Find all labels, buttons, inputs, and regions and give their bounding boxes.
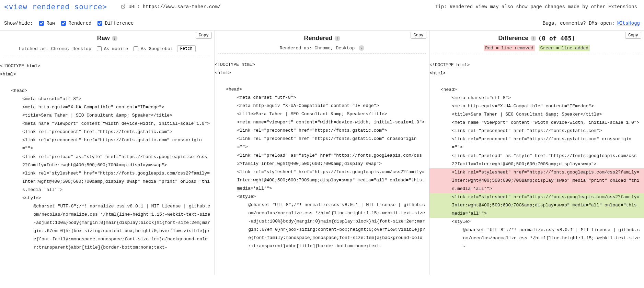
source-line: <meta name="viewport" content="width=dev…	[0, 120, 215, 128]
column-difference-title: Difference	[498, 35, 528, 42]
source-line: <head>	[0, 87, 215, 95]
source-line: <meta name="viewport" content="width=dev…	[429, 119, 644, 127]
source-line: <meta http-equiv="X-UA-Compatible" conte…	[0, 103, 215, 111]
source-line: <!DOCTYPE html>	[215, 61, 429, 69]
fetch-button[interactable]: Fetch	[177, 45, 196, 52]
source-line: <link rel="preload" as="style" href="htt…	[429, 152, 644, 168]
source-line: <link rel="preconnect" href="https://fon…	[0, 128, 215, 136]
source-line: @charset "UTF-8";/*! normalize.css v8.0.…	[429, 226, 644, 251]
show-hide-label: Show/hide:	[4, 21, 33, 26]
source-line: <style>	[215, 193, 429, 201]
source-line	[429, 77, 644, 86]
as-googlebot-toggle[interactable]: As Googlebot	[132, 45, 173, 52]
source-line: <meta http-equiv="X-UA-Compatible" conte…	[429, 102, 644, 110]
difference-count: (0 of 465)	[538, 35, 575, 42]
source-line: <html>	[215, 69, 429, 77]
as-mobile-toggle[interactable]: As mobile	[95, 45, 128, 52]
source-line	[215, 77, 429, 85]
rendered-as-label: Rendered as: Chrome, Desktop	[280, 46, 355, 51]
source-line: <meta charset="utf-8">	[0, 95, 215, 103]
toggle-raw-label: Raw	[46, 21, 55, 26]
as-googlebot-checkbox[interactable]	[134, 46, 138, 51]
column-rendered: Copy Rendered i Rendered as: Chrome, Des…	[215, 31, 430, 275]
source-line	[0, 79, 215, 87]
source-line: <link rel="preload" as="style" href="htt…	[215, 152, 429, 168]
source-pane-raw[interactable]: <!DOCTYPE html><html> <head><meta charse…	[0, 57, 215, 275]
toggle-rendered-checkbox[interactable]	[61, 21, 66, 26]
toggle-raw[interactable]: Raw	[38, 20, 55, 27]
source-line: <head>	[429, 86, 644, 94]
copy-rendered-button[interactable]: Copy	[411, 32, 427, 39]
legend-added: Green = line added	[539, 45, 590, 51]
legend-removed: Red = line removed	[484, 45, 534, 51]
source-line: <link rel="stylesheet" href="https://fon…	[0, 169, 215, 194]
info-icon[interactable]: i	[359, 45, 364, 51]
column-difference: Copy Difference i (0 of 465) Red = line …	[429, 31, 644, 275]
top-bar: <view rendered source> URL: https://www.…	[0, 0, 644, 14]
source-line: <link rel="preconnect" href="https://fon…	[429, 135, 644, 152]
fetched-as-label: Fetched as: Chrome, Desktop	[19, 46, 91, 51]
source-line: <html>	[0, 70, 215, 79]
source-line: <!DOCTYPE html>	[0, 62, 215, 70]
source-line: <link rel="preload" as="style" href="htt…	[0, 153, 215, 169]
column-raw: Copy Raw i Fetched as: Chrome, Desktop A…	[0, 31, 215, 275]
copy-raw-button[interactable]: Copy	[196, 32, 212, 39]
columns: Copy Raw i Fetched as: Chrome, Desktop A…	[0, 31, 644, 275]
external-link-icon	[121, 4, 126, 10]
source-line: <meta charset="utf-8">	[429, 94, 644, 102]
url-value: https://www.sara-taher.com/	[143, 4, 221, 10]
source-line: <link rel="stylesheet" href="https://fon…	[215, 168, 429, 193]
source-pane-difference[interactable]: <!DOCTYPE html><html> <head><meta charse…	[429, 56, 644, 275]
bugs-handle-link[interactable]: @ItsHogg	[617, 21, 640, 26]
info-icon[interactable]: i	[335, 36, 340, 41]
source-line: <style>	[429, 218, 644, 226]
copy-difference-button[interactable]: Copy	[625, 32, 641, 39]
source-line: <title>Sara Taher | SEO Consultant &amp;…	[429, 110, 644, 119]
as-googlebot-label: As Googlebot	[141, 46, 173, 51]
extensions-tip: Tip: Rendered view may also show page ch…	[435, 4, 640, 10]
source-line: <!DOCTYPE html>	[429, 61, 644, 69]
column-raw-title: Raw	[97, 35, 110, 42]
source-line: <html>	[429, 69, 644, 77]
source-line: @charset "UTF-8";/*! normalize.css v8.0.…	[215, 201, 429, 250]
bugs-label: Bugs, comments? DMs open:	[543, 21, 615, 26]
info-icon[interactable]: i	[112, 36, 117, 41]
source-pane-rendered[interactable]: <!DOCTYPE html><html> <head><meta charse…	[215, 56, 429, 275]
svg-line-0	[123, 5, 125, 7]
source-line: <link rel="preconnect" href="https://fon…	[0, 136, 215, 153]
as-mobile-checkbox[interactable]	[97, 46, 102, 51]
source-line: <meta charset="utf-8">	[215, 94, 429, 102]
source-line: <link rel="preconnect" href="https://fon…	[429, 127, 644, 135]
source-line: @charset "UTF-8";/*! normalize.css v8.0.…	[0, 202, 215, 252]
source-line: <link rel="stylesheet" href="https://fon…	[429, 193, 644, 218]
source-line: <link rel="stylesheet" href="https://fon…	[429, 168, 644, 193]
toggle-difference-checkbox[interactable]	[97, 21, 102, 26]
toggle-difference-label: Difference	[105, 21, 134, 26]
source-line: <title>Sara Taher | SEO Consultant &amp;…	[215, 110, 429, 118]
source-line: <style>	[0, 194, 215, 202]
info-icon[interactable]: i	[531, 36, 536, 41]
url-label: URL:	[128, 4, 140, 10]
source-line: <title>Sara Taher | SEO Consultant &amp;…	[0, 111, 215, 120]
source-line: <head>	[215, 85, 429, 94]
toggle-raw-checkbox[interactable]	[39, 21, 44, 26]
as-mobile-label: As mobile	[104, 46, 128, 51]
toggle-rendered[interactable]: Rendered	[60, 20, 91, 27]
url-block: URL: https://www.sara-taher.com/	[121, 4, 220, 10]
source-line: <link rel="preconnect" href="https://fon…	[215, 127, 429, 135]
source-line: <meta http-equiv="X-UA-Compatible" conte…	[215, 102, 429, 110]
app-logo: <view rendered source>	[4, 3, 107, 11]
controls-row: Show/hide: Raw Rendered Difference Bugs,…	[0, 14, 644, 31]
source-line: <link rel="preconnect" href="https://fon…	[215, 135, 429, 151]
toggle-rendered-label: Rendered	[68, 21, 91, 26]
toggle-difference[interactable]: Difference	[96, 20, 134, 27]
source-line: <meta name="viewport" content="width=dev…	[215, 118, 429, 127]
column-rendered-title: Rendered	[304, 35, 332, 42]
